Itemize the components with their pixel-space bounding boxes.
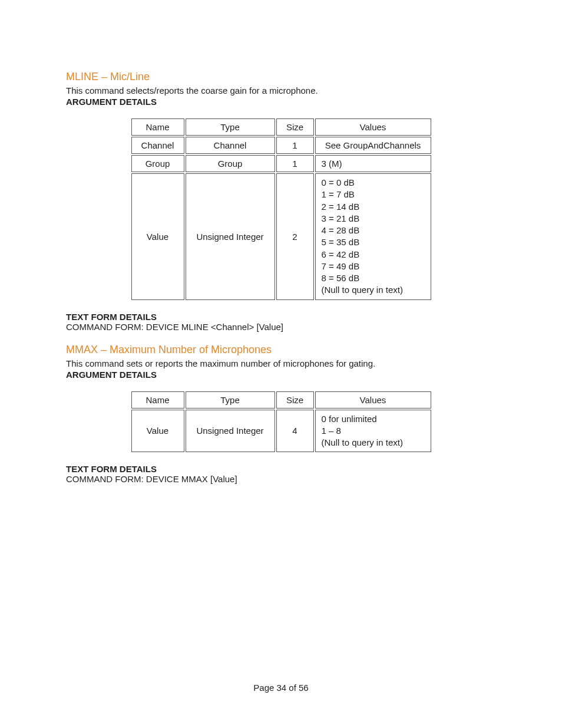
- cell-name: Channel: [131, 137, 184, 154]
- col-header-type: Type: [186, 391, 275, 409]
- mmax-table-wrap: Name Type Size Values Value Unsigned Int…: [66, 390, 496, 454]
- col-header-name: Name: [131, 391, 184, 409]
- table-header-row: Name Type Size Values: [131, 391, 431, 409]
- cell-size: 2: [276, 173, 314, 300]
- mmax-description: This command sets or reports the maximum…: [66, 358, 496, 368]
- col-header-type: Type: [186, 118, 275, 136]
- cell-name: Value: [131, 410, 184, 453]
- table-row: Value Unsigned Integer 2 0 = 0 dB1 = 7 d…: [131, 173, 431, 300]
- mline-textform-head: TEXT FORM DETAILS: [66, 312, 496, 322]
- cell-values: 0 for unlimited1 – 8(Null to query in te…: [315, 410, 431, 453]
- page-footer: Page 34 of 56: [0, 683, 562, 693]
- mline-table: Name Type Size Values Channel Channel 1 …: [130, 117, 432, 301]
- cell-type: Unsigned Integer: [186, 173, 275, 300]
- mline-heading: MLINE – Mic/Line: [66, 71, 496, 83]
- cell-values: 0 = 0 dB1 = 7 dB2 = 14 dB3 = 21 dB4 = 28…: [315, 173, 431, 300]
- col-header-name: Name: [131, 118, 184, 136]
- mline-table-wrap: Name Type Size Values Channel Channel 1 …: [66, 117, 496, 301]
- col-header-values: Values: [315, 391, 431, 409]
- mmax-textform-head: TEXT FORM DETAILS: [66, 464, 496, 474]
- table-row: Value Unsigned Integer 4 0 for unlimited…: [131, 410, 431, 453]
- col-header-size: Size: [276, 118, 314, 136]
- mmax-section: MMAX – Maximum Number of Microphones Thi…: [66, 344, 496, 485]
- mmax-textform: COMMAND FORM: DEVICE MMAX [Value]: [66, 474, 496, 484]
- cell-type: Channel: [186, 137, 275, 154]
- cell-name: Group: [131, 155, 184, 172]
- cell-size: 4: [276, 410, 314, 453]
- mmax-table: Name Type Size Values Value Unsigned Int…: [130, 390, 432, 454]
- mline-textform: COMMAND FORM: DEVICE MLINE <Channel> [Va…: [66, 322, 496, 332]
- mline-description: This command selects/reports the coarse …: [66, 85, 496, 95]
- table-header-row: Name Type Size Values: [131, 118, 431, 136]
- cell-type: Unsigned Integer: [186, 410, 275, 453]
- cell-name: Value: [131, 173, 184, 300]
- table-row: Group Group 1 3 (M): [131, 155, 431, 172]
- mline-argument-details-head: ARGUMENT DETAILS: [66, 97, 496, 107]
- cell-values: 3 (M): [315, 155, 431, 172]
- cell-type: Group: [186, 155, 275, 172]
- mmax-argument-details-head: ARGUMENT DETAILS: [66, 370, 496, 380]
- cell-values: See GroupAndChannels: [315, 137, 431, 154]
- document-page: MLINE – Mic/Line This command selects/re…: [0, 0, 562, 728]
- mmax-heading: MMAX – Maximum Number of Microphones: [66, 344, 496, 356]
- col-header-size: Size: [276, 391, 314, 409]
- cell-size: 1: [276, 137, 314, 154]
- cell-size: 1: [276, 155, 314, 172]
- table-row: Channel Channel 1 See GroupAndChannels: [131, 137, 431, 154]
- col-header-values: Values: [315, 118, 431, 136]
